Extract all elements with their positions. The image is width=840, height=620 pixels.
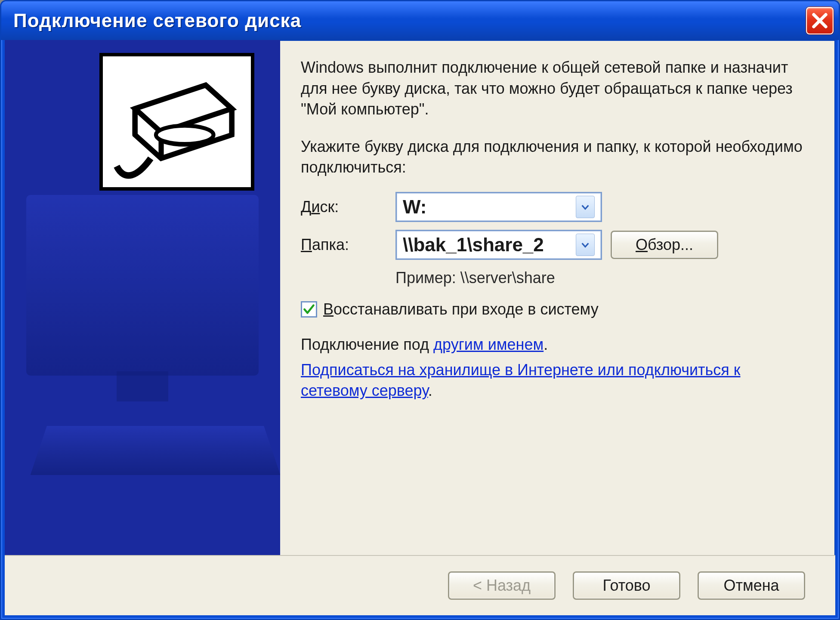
drive-value: W: (403, 194, 572, 219)
browse-button[interactable]: Обзор... (611, 231, 718, 259)
footer-buttons: < Назад Готово Отмена (5, 555, 835, 615)
wizard-side-graphic (5, 40, 280, 555)
titlebar[interactable]: Подключение сетевого диска (1, 1, 839, 40)
close-button[interactable] (806, 7, 834, 34)
folder-label: Папка: (301, 234, 387, 256)
folder-combobox[interactable]: \\bak_1\share_2 (395, 230, 602, 260)
close-icon (811, 12, 829, 30)
finish-button[interactable]: Готово (573, 571, 680, 600)
description-text: Windows выполнит подключение к общей сет… (301, 57, 811, 120)
prompt-text: Укажите букву диска для подключения и па… (301, 136, 811, 178)
online-storage-link[interactable]: Подписаться на хранилище в Интернете или… (301, 361, 740, 400)
drive-row: Диск: W: (301, 192, 811, 222)
reconnect-checkbox[interactable] (301, 301, 317, 318)
chevron-down-icon (581, 240, 590, 250)
client-area: Windows выполнит подключение к общей сет… (5, 40, 835, 615)
back-button: < Назад (448, 571, 556, 600)
window-title: Подключение сетевого диска (13, 10, 806, 31)
folder-row: Папка: \\bak_1\share_2 Обзор... (301, 230, 811, 260)
svg-point-7 (156, 126, 213, 144)
reconnect-row: Восстанавливать при входе в систему (301, 299, 811, 320)
folder-value: \\bak_1\share_2 (403, 232, 572, 257)
checkmark-icon (303, 303, 315, 315)
drive-label: Диск: (301, 197, 387, 218)
chevron-down-icon (581, 202, 590, 212)
drive-combobox[interactable]: W: (395, 192, 602, 222)
drive-dropdown-button[interactable] (576, 196, 595, 218)
signup-line: Подписаться на хранилище в Интернете или… (301, 360, 811, 401)
folder-dropdown-button[interactable] (576, 234, 595, 256)
cancel-button[interactable]: Отмена (698, 571, 805, 600)
network-drive-icon (99, 53, 254, 191)
content-pane: Windows выполнит подключение к общей сет… (280, 40, 835, 555)
alt-user-line: Подключение под другим именем. (301, 334, 811, 355)
different-user-link[interactable]: другим именем (433, 336, 544, 353)
example-text: Пример: \\server\share (395, 268, 811, 289)
map-network-drive-dialog: Подключение сетевого диска (0, 0, 840, 620)
reconnect-label: Восстанавливать при входе в систему (323, 299, 599, 320)
